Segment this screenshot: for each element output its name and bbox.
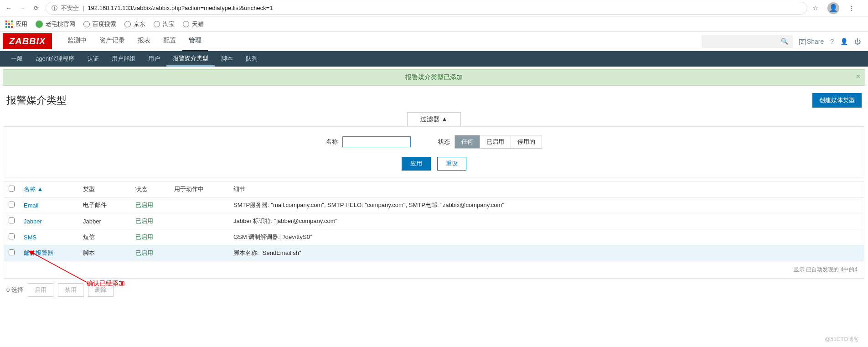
page-title: 报警媒介类型 — [6, 93, 67, 107]
status-link[interactable]: 已启用 — [135, 202, 153, 208]
row-checkbox[interactable] — [9, 233, 15, 239]
address-bar[interactable]: ⓘ 不安全 | 192.168.171.133/zabbix/zabbix.ph… — [46, 2, 807, 15]
subnav-users[interactable]: 用户 — [142, 51, 166, 67]
bookmarks-bar: 应用 老毛桃官网 百度搜索 京东 淘宝 天猫 — [0, 16, 868, 32]
subnav-mediatypes[interactable]: 报警媒介类型 — [166, 51, 215, 67]
nav-administration[interactable]: 管理 — [182, 31, 208, 52]
nav-configuration[interactable]: 配置 — [157, 31, 182, 52]
filter-toggle[interactable]: 过滤器 ▲ — [407, 112, 461, 126]
col-name[interactable]: 名称 ▲ — [19, 181, 78, 197]
bookmark-item[interactable]: 百度搜索 — [83, 20, 116, 28]
search-icon: 🔍 — [781, 38, 788, 45]
page-header: 报警媒介类型 创建媒体类型 — [0, 88, 868, 112]
nav-inventory[interactable]: 资产记录 — [93, 31, 131, 52]
message-text: 报警媒介类型已添加 — [405, 73, 463, 81]
media-details: SMTP服务器: "mail.company.com", SMTP HELO: … — [229, 197, 864, 213]
main-nav: 监测中 资产记录 报表 配置 管理 — [61, 31, 208, 52]
status-link[interactable]: 已启用 — [135, 233, 153, 240]
used-in-actions — [170, 245, 229, 261]
bulk-actions-bar: 0 选择 启用 禁用 删除 确认已经添加 — [0, 279, 868, 301]
table-row: 邮件报警器脚本已启用脚本名称: "SendEmail.sh" — [4, 245, 864, 261]
info-icon: ⓘ — [52, 4, 57, 12]
bookmark-item[interactable]: 京东 — [124, 20, 145, 28]
create-media-type-button[interactable]: 创建媒体类型 — [812, 93, 862, 108]
bulk-disable-button[interactable]: 禁用 — [58, 283, 83, 297]
col-used-in[interactable]: 用于动作中 — [170, 181, 229, 197]
share-button[interactable]: ZShare — [799, 38, 824, 45]
forward-icon[interactable]: → — [18, 4, 26, 12]
filter-reset-button[interactable]: 重设 — [437, 157, 466, 171]
media-name-link[interactable]: Email — [24, 202, 39, 209]
user-icon[interactable]: 👤 — [840, 38, 848, 45]
row-checkbox[interactable] — [9, 249, 15, 255]
status-link[interactable]: 已启用 — [135, 218, 153, 224]
annotation-text: 确认已经添加 — [87, 280, 125, 288]
search-input[interactable]: 🔍 — [702, 35, 793, 48]
nav-monitoring[interactable]: 监测中 — [61, 31, 93, 52]
status-enabled[interactable]: 已启用 — [480, 135, 511, 148]
status-disabled[interactable]: 停用的 — [511, 135, 542, 148]
media-details: Jabber 标识符: "jabber@company.com" — [229, 213, 864, 229]
profile-avatar-icon[interactable]: 👤 — [827, 2, 839, 14]
media-name-link[interactable]: Jabber — [24, 218, 42, 225]
subnav-usergroups[interactable]: 用户群组 — [105, 51, 142, 67]
status-link[interactable]: 已启用 — [135, 249, 153, 256]
bookmark-item[interactable]: 天猫 — [183, 20, 204, 28]
filter-status-label: 状态 — [438, 138, 450, 146]
subnav-general[interactable]: 一般 — [5, 51, 29, 67]
col-details[interactable]: 细节 — [229, 181, 864, 197]
media-details: 脚本名称: "SendEmail.sh" — [229, 245, 864, 261]
apps-shortcut[interactable]: 应用 — [5, 20, 27, 28]
table-row: JabberJabber已启用Jabber 标识符: "jabber@compa… — [4, 213, 864, 229]
apps-grid-icon — [5, 21, 13, 28]
media-name-link[interactable]: 邮件报警器 — [24, 249, 53, 256]
zabbix-logo[interactable]: ZABBIX — [3, 33, 52, 49]
success-message: 报警媒介类型已添加 × — [3, 69, 865, 86]
filter-section: 过滤器 ▲ 名称 状态 任何 已启用 停用的 应用 重设 — [4, 112, 864, 177]
close-icon[interactable]: × — [856, 73, 860, 81]
globe-icon — [124, 21, 131, 27]
row-checkbox[interactable] — [9, 202, 15, 207]
menu-icon[interactable]: ⋮ — [848, 5, 854, 11]
globe-icon — [183, 21, 189, 27]
star-icon[interactable]: ☆ — [813, 5, 818, 11]
select-all-checkbox[interactable] — [9, 186, 15, 192]
media-type: 脚本 — [78, 245, 131, 261]
status-filter-group: 任何 已启用 停用的 — [455, 135, 542, 149]
filter-apply-button[interactable]: 应用 — [402, 157, 431, 171]
subnav-proxies[interactable]: agent代理程序 — [29, 51, 81, 67]
browser-toolbar: ← → ⟳ ⓘ 不安全 | 192.168.171.133/zabbix/zab… — [0, 0, 868, 16]
filter-name-input[interactable] — [342, 136, 411, 147]
subnav-scripts[interactable]: 脚本 — [215, 51, 239, 67]
nav-reports[interactable]: 报表 — [131, 31, 157, 52]
table-row: SMS短信已启用GSM 调制解调器: "/dev/ttyS0" — [4, 229, 864, 245]
back-icon[interactable]: ← — [5, 4, 13, 12]
media-type: 短信 — [78, 229, 131, 245]
sub-nav: 一般 agent代理程序 认证 用户群组 用户 报警媒介类型 脚本 队列 — [0, 51, 868, 67]
row-checkbox[interactable] — [9, 218, 15, 223]
bookmark-item[interactable]: 老毛桃官网 — [36, 20, 75, 28]
col-status[interactable]: 状态 — [131, 181, 170, 197]
bulk-enable-button[interactable]: 启用 — [28, 283, 53, 297]
status-any[interactable]: 任何 — [455, 135, 480, 148]
globe-icon — [154, 21, 160, 27]
bookmark-item[interactable]: 淘宝 — [154, 20, 175, 28]
help-icon[interactable]: ? — [830, 38, 834, 45]
col-type[interactable]: 类型 — [78, 181, 131, 197]
subnav-queue[interactable]: 队列 — [239, 51, 264, 67]
media-types-table: 名称 ▲ 类型 状态 用于动作中 细节 Email电子邮件已启用SMTP服务器:… — [4, 181, 864, 279]
reload-icon[interactable]: ⟳ — [32, 4, 40, 12]
table-row: Email电子邮件已启用SMTP服务器: "mail.company.com",… — [4, 197, 864, 213]
globe-icon — [83, 21, 90, 27]
media-details: GSM 调制解调器: "/dev/ttyS0" — [229, 229, 864, 245]
media-type: 电子邮件 — [78, 197, 131, 213]
media-name-link[interactable]: SMS — [24, 234, 36, 241]
url-text: 192.168.171.133/zabbix/zabbix.php?action… — [88, 5, 273, 11]
used-in-actions — [170, 213, 229, 229]
app-header: ZABBIX 监测中 资产记录 报表 配置 管理 🔍 ZShare ? 👤 ⏻ — [0, 32, 868, 51]
power-icon[interactable]: ⏻ — [854, 38, 861, 45]
table-footer: 显示 已自动发现的 4中的4 — [4, 261, 864, 278]
insecure-label: 不安全 — [61, 4, 79, 12]
used-in-actions — [170, 229, 229, 245]
subnav-auth[interactable]: 认证 — [81, 51, 105, 67]
